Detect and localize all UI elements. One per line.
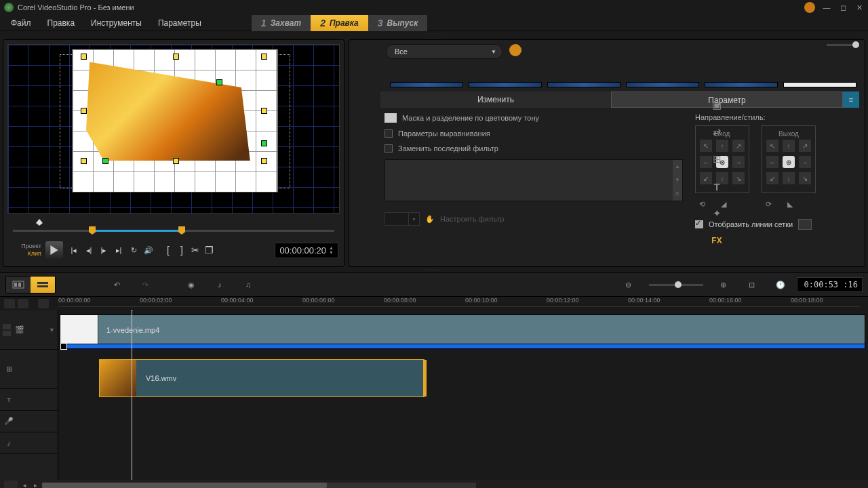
alignment-option[interactable]: Параметры выравнивания (384, 129, 683, 138)
snapshot-button[interactable]: ❐ (203, 243, 215, 257)
mark-in-button[interactable]: [ (162, 243, 174, 257)
go-end-button[interactable]: ▸| (112, 243, 125, 257)
scrub-bar[interactable] (9, 220, 338, 237)
panel-grip[interactable]: ::::::: (0, 31, 868, 37)
trim-range[interactable] (92, 230, 181, 232)
distort-handle[interactable] (216, 79, 222, 85)
auto-music-button[interactable]: ♫ (240, 277, 256, 293)
menu-file[interactable]: Файл (4, 16, 38, 30)
title-tab-icon[interactable]: ⊞ (708, 150, 726, 168)
effect-thumb[interactable] (626, 82, 699, 87)
play-button[interactable] (45, 241, 63, 259)
filter-list[interactable]: ▲ ▼ ✕ (384, 159, 683, 201)
scroll-left-button[interactable]: ◂ (20, 481, 28, 488)
text-tab-icon[interactable]: T (708, 178, 726, 195)
dir-cell[interactable]: ↓ (783, 172, 795, 184)
effect-thumb[interactable] (547, 82, 620, 87)
resize-handle[interactable] (261, 158, 267, 164)
mark-in-handle[interactable] (89, 226, 96, 235)
fade-out-rotate-icon[interactable]: ⟳ (766, 200, 778, 209)
undo-button[interactable]: ↶ (108, 277, 125, 293)
dir-cell[interactable]: ↖ (766, 140, 778, 152)
scroll-thumb[interactable] (42, 483, 327, 488)
transition-tab-icon[interactable]: ⇄ (708, 123, 726, 141)
preset-dropdown[interactable]: ▼ (384, 212, 420, 226)
mark-out-handle[interactable] (178, 226, 185, 235)
menu-tools[interactable]: Инструменты (84, 16, 149, 30)
mask-chroma-option[interactable]: Маска и разделение по цветовому тону (384, 113, 683, 123)
resize-handle[interactable] (81, 108, 87, 114)
effect-thumb[interactable] (783, 82, 856, 87)
thumb-size-slider[interactable] (827, 44, 859, 46)
get-content-icon[interactable] (509, 44, 521, 56)
close-button[interactable]: ✕ (854, 3, 864, 12)
redo-button[interactable]: ↷ (137, 277, 153, 293)
resize-handle[interactable] (81, 158, 87, 164)
step-back-button[interactable]: ◂| (82, 243, 96, 257)
move-down-icon[interactable]: ▼ (675, 177, 680, 183)
distort-handle[interactable] (102, 158, 108, 164)
dir-cell[interactable]: ↗ (799, 140, 811, 152)
minimize-button[interactable]: — (822, 3, 831, 12)
repeat-button[interactable]: ↻ (127, 243, 140, 257)
tab-edit[interactable]: Изменить (380, 92, 611, 108)
overlay-track-header[interactable]: ⊞ (0, 350, 58, 389)
step-fwd-button[interactable]: |▸ (97, 243, 111, 257)
scroll-right-button[interactable]: ▸ (31, 481, 39, 488)
zoom-slider[interactable] (649, 284, 703, 286)
checkbox-checked-icon[interactable] (695, 220, 703, 228)
effect-thumb[interactable] (469, 82, 542, 87)
dir-cell[interactable]: → (732, 156, 745, 168)
distort-handle[interactable] (261, 140, 267, 146)
timeline-view-button[interactable] (31, 277, 55, 293)
preview-viewport[interactable] (7, 44, 340, 214)
effect-thumb[interactable] (705, 82, 778, 87)
preview-canvas[interactable] (72, 49, 278, 192)
resize-handle[interactable] (261, 108, 267, 114)
resize-handle[interactable] (81, 54, 87, 60)
zoom-in-button[interactable]: ⊕ (715, 277, 732, 293)
ruler-mode-icon[interactable] (4, 299, 15, 308)
mark-out-button[interactable]: ] (176, 243, 188, 257)
resize-handle[interactable] (173, 158, 179, 164)
split-button[interactable]: ✂ (189, 243, 201, 257)
record-button[interactable]: ◉ (183, 277, 199, 293)
maximize-button[interactable]: ◻ (838, 3, 848, 12)
resize-handle[interactable] (173, 54, 179, 60)
video-clip[interactable]: 1-vvedenie.mp4 (60, 314, 865, 346)
fit-project-button[interactable]: ⊡ (744, 277, 760, 293)
zoom-out-button[interactable]: ⊖ (620, 277, 637, 293)
time-ruler[interactable]: 00:00:00:00 00:00:02:00 00:00:04:00 00:0… (0, 297, 868, 310)
video-track-header[interactable]: 🎬 ▼ (0, 310, 58, 350)
resize-handle[interactable] (261, 54, 267, 60)
checkbox-icon[interactable] (384, 144, 393, 152)
music-track-header[interactable]: ♪ (0, 432, 58, 454)
overlay-clip[interactable]: V16.wmv (99, 359, 425, 397)
menu-params[interactable]: Параметры (151, 16, 208, 30)
volume-button[interactable]: 🔊 (142, 243, 155, 257)
ruler-mode-icon[interactable] (18, 299, 28, 308)
dir-cell[interactable]: ↗ (732, 140, 745, 152)
dir-cell[interactable]: ← (766, 156, 778, 168)
timecode-field[interactable]: 00:00:00:20 ▲▼ (275, 243, 338, 258)
stage-share[interactable]: 3Выпуск (368, 15, 427, 31)
mode-labels[interactable]: Проект Клип (9, 243, 41, 258)
dir-cell[interactable]: ↑ (783, 140, 795, 152)
audio-mixer-button[interactable]: ♪ (212, 277, 228, 293)
dir-cell-selected[interactable]: ⊕ (783, 156, 795, 168)
collapse-toggle-icon[interactable]: ≡ (843, 92, 859, 108)
grid-settings-icon[interactable] (798, 219, 812, 230)
filter-tab-icon[interactable]: FX (708, 232, 726, 249)
storyboard-view-button[interactable] (6, 277, 31, 293)
fit-timeline-icon[interactable] (4, 481, 18, 488)
move-up-icon[interactable]: ▲ (675, 163, 680, 169)
replace-filter-option[interactable]: Заменить последний фильтр (384, 144, 683, 152)
checkbox-icon[interactable] (384, 129, 393, 138)
go-start-button[interactable]: |◂ (67, 243, 81, 257)
dir-cell[interactable]: ↘ (799, 172, 811, 184)
scroll-track[interactable] (42, 483, 476, 488)
effect-thumb[interactable] (390, 82, 463, 87)
title-track-header[interactable]: T (0, 389, 58, 411)
graphic-tab-icon[interactable]: ✦ (708, 205, 726, 222)
library-filter-combo[interactable]: Все▼ (386, 44, 502, 59)
